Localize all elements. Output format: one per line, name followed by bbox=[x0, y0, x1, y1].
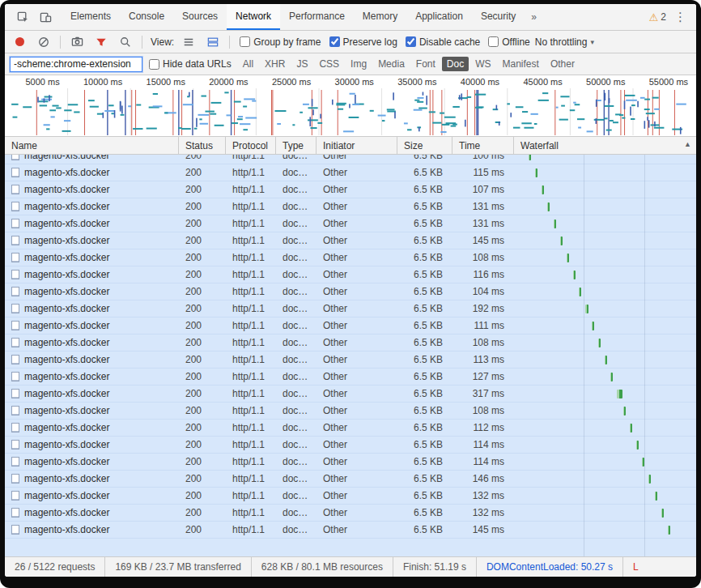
column-header-status[interactable]: Status bbox=[179, 137, 226, 154]
kebab-menu-icon[interactable]: ⋮ bbox=[671, 10, 690, 24]
disable-cache-box[interactable] bbox=[406, 36, 416, 47]
network-overview-timeline[interactable]: 5000 ms10000 ms15000 ms20000 ms25000 ms3… bbox=[5, 75, 696, 137]
request-name-cell[interactable]: magento-xfs.docker bbox=[5, 232, 179, 249]
request-name-cell[interactable]: magento-xfs.docker bbox=[5, 403, 179, 419]
filter-type-xhr[interactable]: XHR bbox=[260, 57, 290, 71]
request-name-cell[interactable]: magento-xfs.docker bbox=[5, 386, 179, 402]
tab-memory[interactable]: Memory bbox=[354, 4, 406, 30]
view-list-icon[interactable] bbox=[179, 32, 198, 52]
request-name-cell[interactable]: magento-xfs.docker bbox=[5, 215, 179, 232]
filter-type-manifest[interactable]: Manifest bbox=[498, 57, 544, 71]
filter-type-js[interactable]: JS bbox=[291, 57, 312, 71]
table-row[interactable]: magento-xfs.docker200http/1.1doc…Other6.… bbox=[5, 488, 696, 505]
request-name-cell[interactable]: magento-xfs.docker bbox=[5, 505, 179, 521]
column-header-type[interactable]: Type bbox=[276, 137, 317, 154]
tab-sources[interactable]: Sources bbox=[173, 4, 227, 30]
tab-elements[interactable]: Elements bbox=[62, 4, 120, 30]
preserve-log-box[interactable] bbox=[329, 36, 340, 47]
request-name-cell[interactable]: magento-xfs.docker bbox=[5, 317, 179, 334]
table-row[interactable]: magento-xfs.docker200http/1.1doc…Other6.… bbox=[5, 334, 696, 352]
filter-type-doc[interactable]: Doc bbox=[442, 57, 469, 71]
table-row[interactable]: magento-xfs.docker200http/1.1doc…Other6.… bbox=[5, 266, 696, 283]
table-row[interactable]: magento-xfs.docker200http/1.1doc…Other6.… bbox=[5, 369, 696, 386]
table-row[interactable]: magento-xfs.docker200http/1.1doc…Other6.… bbox=[5, 249, 696, 266]
table-row[interactable]: magento-xfs.docker200http/1.1doc…Other6.… bbox=[5, 155, 696, 164]
offline-box[interactable] bbox=[488, 36, 499, 47]
table-row[interactable]: magento-xfs.docker200http/1.1doc…Other6.… bbox=[5, 505, 696, 522]
inspect-element-icon[interactable] bbox=[13, 7, 32, 27]
search-icon[interactable] bbox=[116, 32, 135, 52]
record-button[interactable] bbox=[10, 32, 29, 52]
hide-data-urls-checkbox[interactable]: Hide data URLs bbox=[149, 58, 232, 70]
group-by-frame-box[interactable] bbox=[240, 36, 250, 47]
hide-data-urls-box[interactable] bbox=[149, 59, 159, 70]
request-name-cell[interactable]: magento-xfs.docker bbox=[5, 283, 179, 300]
table-row[interactable]: magento-xfs.docker200http/1.1doc…Other6.… bbox=[5, 386, 696, 403]
column-header-time[interactable]: Time bbox=[452, 137, 514, 154]
table-row[interactable]: magento-xfs.docker200http/1.1doc…Other6.… bbox=[5, 283, 696, 300]
request-name-cell[interactable]: magento-xfs.docker bbox=[5, 522, 179, 538]
request-name-cell[interactable]: magento-xfs.docker bbox=[5, 369, 179, 385]
request-table-viewport[interactable]: magento-xfs.docker200http/1.1doc…Other6.… bbox=[5, 155, 696, 556]
tab-application[interactable]: Application bbox=[406, 4, 472, 30]
preserve-log-checkbox[interactable]: Preserve log bbox=[329, 36, 397, 48]
column-header-waterfall[interactable]: Waterfall bbox=[514, 137, 696, 154]
view-large-rows-icon[interactable] bbox=[203, 32, 223, 52]
request-name-cell[interactable]: magento-xfs.docker bbox=[5, 352, 179, 368]
table-row[interactable]: magento-xfs.docker200http/1.1doc…Other6.… bbox=[5, 471, 696, 488]
disable-cache-checkbox[interactable]: Disable cache bbox=[406, 36, 480, 48]
throttling-select[interactable]: No throttling ▾ bbox=[535, 36, 594, 48]
table-row[interactable]: magento-xfs.docker200http/1.1doc…Other6.… bbox=[5, 454, 696, 471]
table-row[interactable]: magento-xfs.docker200http/1.1doc…Other6.… bbox=[5, 420, 696, 437]
request-name-cell[interactable]: magento-xfs.docker bbox=[5, 471, 179, 487]
tab-network[interactable]: Network bbox=[227, 4, 280, 30]
table-row[interactable]: magento-xfs.docker200http/1.1doc…Other6.… bbox=[5, 403, 696, 420]
filter-type-all[interactable]: All bbox=[238, 57, 258, 71]
screenshot-capture-icon[interactable] bbox=[67, 32, 87, 52]
request-name-cell[interactable]: magento-xfs.docker bbox=[5, 155, 179, 164]
table-row[interactable]: magento-xfs.docker200http/1.1doc…Other6.… bbox=[5, 181, 696, 198]
clear-button[interactable] bbox=[34, 32, 53, 52]
table-row[interactable]: magento-xfs.docker200http/1.1doc…Other6.… bbox=[5, 232, 696, 249]
filter-type-font[interactable]: Font bbox=[411, 57, 440, 71]
table-row[interactable]: magento-xfs.docker200http/1.1doc…Other6.… bbox=[5, 522, 696, 539]
request-name-cell[interactable]: magento-xfs.docker bbox=[5, 249, 179, 266]
table-row[interactable]: magento-xfs.docker200http/1.1doc…Other6.… bbox=[5, 164, 696, 181]
column-header-name[interactable]: Name bbox=[5, 137, 179, 154]
table-row[interactable]: magento-xfs.docker200http/1.1doc…Other6.… bbox=[5, 317, 696, 334]
timeline-tick-label: 15000 ms bbox=[130, 75, 193, 88]
warning-badge[interactable]: ⚠ 2 bbox=[649, 11, 666, 23]
request-name-cell[interactable]: magento-xfs.docker bbox=[5, 488, 179, 504]
request-name-cell[interactable]: magento-xfs.docker bbox=[5, 266, 179, 283]
tab-console[interactable]: Console bbox=[120, 4, 173, 30]
offline-checkbox[interactable]: Offline bbox=[488, 36, 529, 48]
table-row[interactable]: magento-xfs.docker200http/1.1doc…Other6.… bbox=[5, 198, 696, 215]
request-name-cell[interactable]: magento-xfs.docker bbox=[5, 420, 179, 436]
filter-icon[interactable] bbox=[91, 32, 111, 52]
device-toolbar-icon[interactable] bbox=[36, 7, 55, 27]
table-row[interactable]: magento-xfs.docker200http/1.1doc…Other6.… bbox=[5, 215, 696, 232]
table-row[interactable]: magento-xfs.docker200http/1.1doc…Other6.… bbox=[5, 352, 696, 369]
filter-type-img[interactable]: Img bbox=[346, 57, 372, 71]
column-header-protocol[interactable]: Protocol bbox=[226, 137, 276, 154]
filter-input[interactable] bbox=[10, 57, 142, 72]
table-row[interactable]: magento-xfs.docker200http/1.1doc…Other6.… bbox=[5, 300, 696, 317]
request-name-cell[interactable]: magento-xfs.docker bbox=[5, 334, 179, 351]
request-name-cell[interactable]: magento-xfs.docker bbox=[5, 300, 179, 317]
request-name-cell[interactable]: magento-xfs.docker bbox=[5, 454, 179, 470]
filter-type-other[interactable]: Other bbox=[546, 57, 580, 71]
tab-overflow-chevron[interactable]: » bbox=[525, 11, 543, 23]
request-name-cell[interactable]: magento-xfs.docker bbox=[5, 198, 179, 215]
column-header-size[interactable]: Size bbox=[397, 137, 452, 154]
group-by-frame-checkbox[interactable]: Group by frame bbox=[240, 36, 321, 48]
filter-type-media[interactable]: Media bbox=[373, 57, 410, 71]
tab-performance[interactable]: Performance bbox=[280, 4, 354, 30]
tab-security[interactable]: Security bbox=[472, 4, 525, 30]
request-name-cell[interactable]: magento-xfs.docker bbox=[5, 437, 179, 453]
request-name-cell[interactable]: magento-xfs.docker bbox=[5, 181, 179, 198]
table-row[interactable]: magento-xfs.docker200http/1.1doc…Other6.… bbox=[5, 437, 696, 454]
filter-type-ws[interactable]: WS bbox=[470, 57, 495, 71]
request-name-cell[interactable]: magento-xfs.docker bbox=[5, 164, 179, 181]
column-header-initiator[interactable]: Initiator bbox=[317, 137, 397, 154]
filter-type-css[interactable]: CSS bbox=[314, 57, 344, 71]
